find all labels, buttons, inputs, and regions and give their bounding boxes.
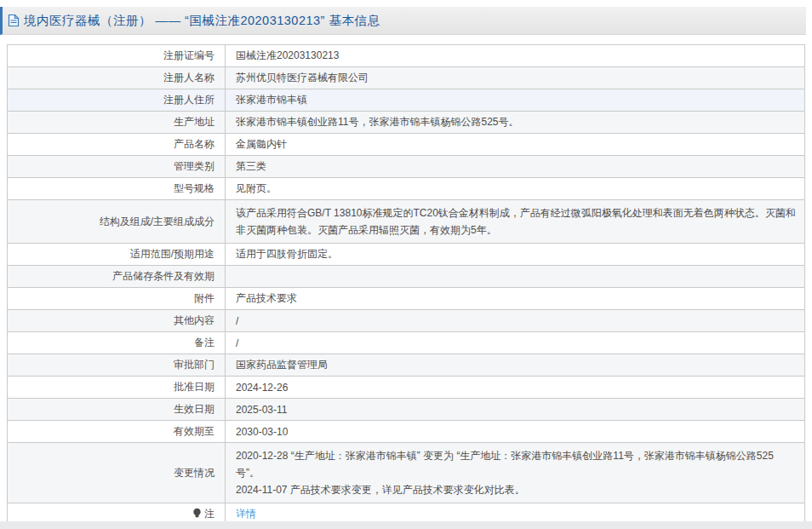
row-value: 金属髓内针 xyxy=(226,134,805,156)
row-value: 张家港市锦丰镇创业路11号，张家港市锦丰镇杨锦公路525号。 xyxy=(226,112,805,134)
row-label-text: 注册人名称 xyxy=(163,72,214,83)
row-label-text: 型号规格 xyxy=(174,182,214,194)
row-value: 该产品采用符合GB/T 13810标准规定的TC20钛合金材料制成，产品有经过微… xyxy=(226,200,805,244)
row-label-text: 附件 xyxy=(194,292,214,304)
row-label-text: 有效期至 xyxy=(174,425,214,437)
table-row: 注册人名称苏州优贝特医疗器械有限公司 xyxy=(8,67,805,89)
row-value: 第三类 xyxy=(226,156,805,178)
row-label: 注册证编号 xyxy=(8,45,226,67)
row-value-line: 2024-11-07 产品技术要求变更，详见产品技术要求变化对比表。 xyxy=(236,481,796,498)
row-label-text: 批准日期 xyxy=(174,381,214,393)
row-value-text: / xyxy=(236,337,238,349)
table-row: 注册人住所张家港市锦丰镇 xyxy=(8,89,805,112)
row-label: 结构及组成/主要组成成分 xyxy=(8,200,226,244)
row-value-text: 见附页。 xyxy=(236,182,277,194)
row-label: 产品名称 xyxy=(8,134,226,156)
row-value-text: 2024-12-26 xyxy=(236,382,288,394)
table-row: 审批部门国家药品监督管理局 xyxy=(8,354,805,377)
row-value: 2024-12-26 xyxy=(226,377,805,399)
registration-info-table: 注册证编号国械注准20203130213注册人名称苏州优贝特医疗器械有限公司注册… xyxy=(7,44,805,526)
row-label: 备注 xyxy=(8,332,226,354)
row-label-text: 生产地址 xyxy=(174,116,214,128)
table-row: 产品储存条件及有效期 xyxy=(8,266,805,288)
table-row: 变更情况2020-12-28 “生产地址：张家港市锦丰镇” 变更为 “生产地址：… xyxy=(8,443,805,503)
table-row: 生产地址张家港市锦丰镇创业路11号，张家港市锦丰镇杨锦公路525号。 xyxy=(8,112,805,134)
row-label-text: 产品名称 xyxy=(174,138,214,150)
row-value: 2030-03-10 xyxy=(226,421,805,443)
table-row: 产品名称金属髓内针 xyxy=(8,134,805,156)
row-label: 注册人住所 xyxy=(8,89,226,112)
row-label: 生产地址 xyxy=(8,112,226,134)
row-value: 见附页。 xyxy=(226,178,805,200)
page-header: 境内医疗器械（注册） —— “国械注准20203130213” 基本信息 xyxy=(0,7,806,35)
row-label-text: 产品储存条件及有效期 xyxy=(112,270,214,282)
row-value-text: 苏州优贝特医疗器械有限公司 xyxy=(236,72,369,83)
bulb-icon xyxy=(192,508,202,521)
row-value-text: 第三类 xyxy=(236,160,266,172)
row-label: 其他内容 xyxy=(8,310,226,332)
row-value-text: 2030-03-10 xyxy=(236,426,288,438)
row-value: 国械注准20203130213 xyxy=(226,45,805,67)
row-value-text: 适用于四肢骨折固定。 xyxy=(236,248,338,260)
row-label-text: 注册证编号 xyxy=(163,49,214,61)
row-label-text: 结构及组成/主要组成成分 xyxy=(100,216,214,227)
row-label: 有效期至 xyxy=(8,421,226,443)
footer-strip xyxy=(0,521,812,529)
row-label-text: 生效日期 xyxy=(174,403,214,415)
table-row: 备注/ xyxy=(8,332,805,354)
table-row: 管理类别第三类 xyxy=(8,156,805,178)
detail-link[interactable]: 详情 xyxy=(236,508,256,520)
row-value-text: 张家港市锦丰镇创业路11号，张家港市锦丰镇杨锦公路525号。 xyxy=(236,116,518,128)
row-label-text: 注册人住所 xyxy=(163,94,214,106)
row-label-text: 其他内容 xyxy=(174,314,214,326)
row-label: 附件 xyxy=(8,288,226,310)
row-label-text: 审批部门 xyxy=(174,359,214,371)
row-label: 变更情况 xyxy=(8,443,226,503)
row-value-text: 金属髓内针 xyxy=(236,138,287,150)
row-value-text: 国械注准20203130213 xyxy=(236,49,339,61)
row-label: 审批部门 xyxy=(8,354,226,377)
table-row: 其他内容/ xyxy=(8,310,805,332)
row-value: 2025-03-11 xyxy=(226,399,805,421)
table-row: 生效日期2025-03-11 xyxy=(8,399,805,421)
row-label-text: 备注 xyxy=(194,336,214,348)
page-title: 境内医疗器械（注册） —— “国械注准20203130213” 基本信息 xyxy=(24,13,380,29)
table-row: 型号规格见附页。 xyxy=(8,178,805,200)
table-row: 结构及组成/主要组成成分该产品采用符合GB/T 13810标准规定的TC20钛合… xyxy=(8,200,805,244)
row-value: 产品技术要求 xyxy=(226,288,805,310)
row-value-text: 张家港市锦丰镇 xyxy=(236,94,307,106)
row-value-text: 产品技术要求 xyxy=(236,292,297,304)
row-value xyxy=(226,266,805,288)
row-label-text: 注 xyxy=(204,508,214,520)
row-value: 苏州优贝特医疗器械有限公司 xyxy=(226,67,805,89)
row-value: 适用于四肢骨折固定。 xyxy=(226,244,805,266)
row-label: 管理类别 xyxy=(8,156,226,178)
row-label-text: 适用范围/预期用途 xyxy=(130,248,214,260)
row-value: 2020-12-28 “生产地址：张家港市锦丰镇” 变更为 “生产地址：张家港市… xyxy=(226,443,805,503)
row-label: 型号规格 xyxy=(8,178,226,200)
row-value-text: 国家药品监督管理局 xyxy=(236,359,328,371)
row-label-text: 管理类别 xyxy=(174,160,214,172)
row-value-text: / xyxy=(236,315,238,327)
row-label: 生效日期 xyxy=(8,399,226,421)
document-icon xyxy=(8,14,20,27)
table-row: 有效期至2030-03-10 xyxy=(8,421,805,443)
row-value: / xyxy=(226,310,805,332)
row-label-text: 变更情况 xyxy=(174,467,214,479)
row-value: 国家药品监督管理局 xyxy=(226,354,805,377)
row-value-text: 该产品采用符合GB/T 13810标准规定的TC20钛合金材料制成，产品有经过微… xyxy=(236,207,796,236)
row-value: / xyxy=(226,332,805,354)
table-row: 适用范围/预期用途适用于四肢骨折固定。 xyxy=(8,244,805,266)
row-label: 适用范围/预期用途 xyxy=(8,244,226,266)
row-label: 产品储存条件及有效期 xyxy=(8,266,226,288)
row-label: 注册人名称 xyxy=(8,67,226,89)
table-row: 注册证编号国械注准20203130213 xyxy=(8,45,805,67)
row-label: 批准日期 xyxy=(8,377,226,399)
row-value-line: 2020-12-28 “生产地址：张家港市锦丰镇” 变更为 “生产地址：张家港市… xyxy=(236,447,796,481)
table-row: 批准日期2024-12-26 xyxy=(8,377,805,399)
row-value-text: 2025-03-11 xyxy=(236,404,288,416)
row-value: 张家港市锦丰镇 xyxy=(226,89,805,112)
table-row: 附件产品技术要求 xyxy=(8,288,805,310)
